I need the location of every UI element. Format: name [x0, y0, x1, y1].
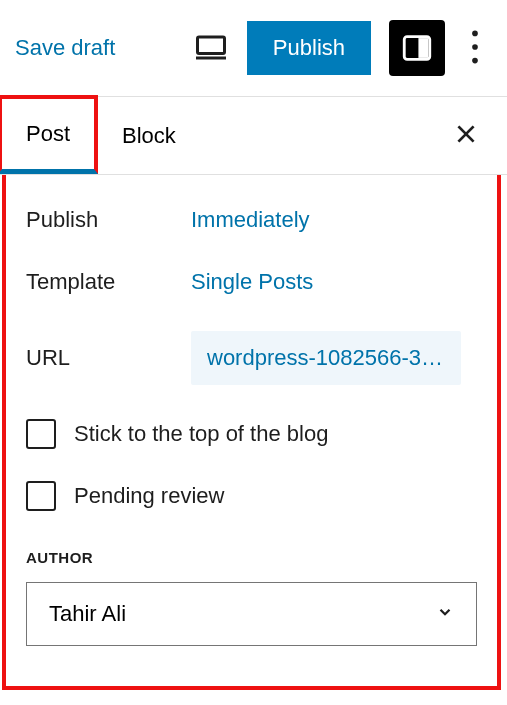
template-label: Template	[26, 269, 191, 295]
publish-value-button[interactable]: Immediately	[191, 207, 310, 233]
svg-point-6	[472, 57, 478, 63]
sidebar-toggle-button[interactable]	[389, 20, 445, 76]
sticky-checkbox[interactable]	[26, 419, 56, 449]
close-sidebar-button[interactable]	[445, 113, 487, 158]
editor-toolbar: Save draft Publish	[0, 0, 507, 97]
publish-setting-row: Publish Immediately	[26, 189, 477, 251]
pending-checkbox-label: Pending review	[74, 483, 224, 509]
svg-rect-3	[418, 38, 428, 58]
chevron-down-icon	[436, 601, 454, 627]
template-value-button[interactable]: Single Posts	[191, 269, 313, 295]
url-setting-row: URL wordpress-1082566-3…	[26, 313, 477, 403]
pending-checkbox-row: Pending review	[26, 465, 477, 527]
svg-rect-0	[197, 37, 224, 54]
svg-point-5	[472, 44, 478, 50]
author-select[interactable]: Tahir Ali	[26, 582, 477, 646]
template-setting-row: Template Single Posts	[26, 251, 477, 313]
publish-label: Publish	[26, 207, 191, 233]
svg-point-4	[472, 30, 478, 36]
sticky-checkbox-label: Stick to the top of the blog	[74, 421, 328, 447]
url-label: URL	[26, 345, 191, 371]
author-heading: AUTHOR	[26, 549, 477, 566]
desktop-view-icon[interactable]	[193, 28, 229, 68]
more-options-button[interactable]	[463, 22, 487, 75]
sticky-checkbox-row: Stick to the top of the blog	[26, 403, 477, 465]
post-settings-panel: Publish Immediately Template Single Post…	[2, 175, 501, 690]
sidebar-tabs: Post Block	[0, 97, 507, 175]
tab-post[interactable]: Post	[0, 95, 98, 174]
tab-block[interactable]: Block	[98, 101, 200, 171]
publish-button[interactable]: Publish	[247, 21, 371, 75]
save-draft-button[interactable]: Save draft	[15, 35, 115, 61]
author-value: Tahir Ali	[49, 601, 126, 627]
pending-checkbox[interactable]	[26, 481, 56, 511]
url-value-button[interactable]: wordpress-1082566-3…	[191, 331, 461, 385]
